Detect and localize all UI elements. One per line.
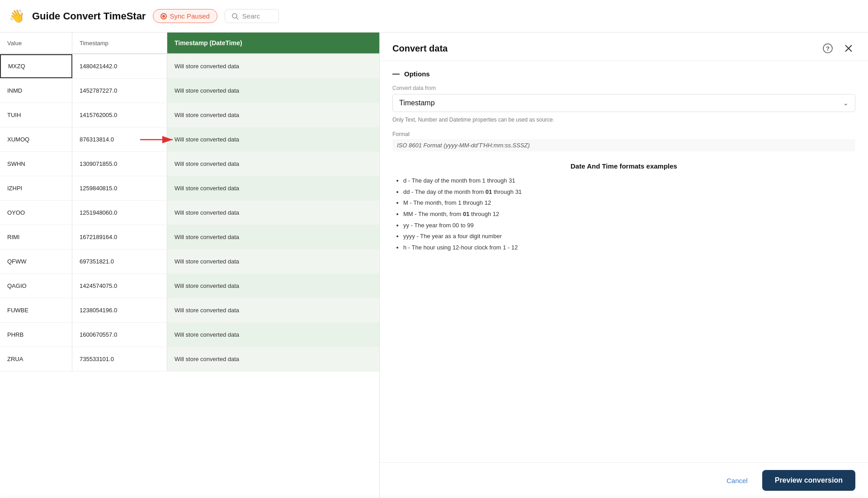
- formats-list: d - The day of the month from 1 through …: [392, 175, 855, 254]
- table-area: Value Timestamp Timestamp (DateTime) MXZ…: [0, 33, 380, 498]
- format-item-d: d - The day of the month from 1 through …: [403, 175, 855, 187]
- app-header: 👋 Guide Convert TimeStar Sync Paused Sea…: [0, 0, 868, 33]
- arrow-icon: [140, 133, 176, 146]
- cell-value: OYOO: [0, 201, 72, 225]
- svg-line-1: [236, 18, 238, 19]
- cell-datetime: Will store converted data: [167, 176, 379, 200]
- cell-timestamp: 1309071855.0: [72, 152, 167, 176]
- preview-conversion-button[interactable]: Preview conversion: [762, 470, 855, 491]
- cell-datetime: Will store converted data: [167, 54, 379, 78]
- help-icon-button[interactable]: ?: [821, 42, 835, 55]
- table-row[interactable]: INMD 1452787227.0 Will store converted d…: [0, 79, 379, 103]
- format-item-yyyy: yyyy - The year as a four digit number: [403, 231, 855, 242]
- cell-datetime: Will store converted data: [167, 79, 379, 103]
- format-label: Format: [392, 131, 855, 137]
- panel-title: Convert data: [392, 43, 448, 54]
- cell-value: QAGIO: [0, 274, 72, 298]
- format-item-M: M - The month, from 1 through 12: [403, 197, 855, 209]
- search-bar[interactable]: Searc: [225, 9, 279, 23]
- cell-value: SWHN: [0, 152, 72, 176]
- sync-badge-label: Sync Paused: [170, 12, 209, 20]
- cell-timestamp: 1600670557.0: [72, 323, 167, 347]
- search-icon: [231, 13, 239, 20]
- table-row[interactable]: FUWBE 1238054196.0 Will store converted …: [0, 298, 379, 323]
- table-body: MXZQ 1480421442.0 Will store converted d…: [0, 54, 379, 371]
- col-header-datetime: Timestamp (DateTime): [167, 33, 379, 53]
- convert-from-value: Timestamp: [399, 99, 435, 107]
- section-dash-icon: [392, 74, 400, 75]
- format-item-dd: dd - The day of the month from 01 throug…: [403, 187, 855, 198]
- convert-from-label: Convert data from: [392, 85, 855, 91]
- format-item-MM: MM - The month, from 01 through 12: [403, 209, 855, 220]
- cell-datetime: Will store converted data: [167, 323, 379, 347]
- header-emoji: 👋: [9, 9, 25, 23]
- convert-hint-text: Only Text, Number and Datetime propertie…: [392, 116, 855, 124]
- options-section: Options Convert data from Timestamp ⌄ On…: [392, 70, 855, 151]
- cell-timestamp: 1251948060.0: [72, 201, 167, 225]
- table-row[interactable]: PHRB 1600670557.0 Will store converted d…: [0, 323, 379, 347]
- panel-header: Convert data ?: [380, 33, 868, 61]
- table-row[interactable]: XUMOQ 876313814.0 Will store converted d…: [0, 127, 379, 152]
- svg-point-0: [232, 14, 237, 18]
- options-label: Options: [404, 70, 430, 78]
- table-row[interactable]: QAGIO 1424574075.0 Will store converted …: [0, 274, 379, 298]
- cell-timestamp: 1480421442.0: [72, 54, 167, 78]
- table-row[interactable]: RIMI 1672189164.0 Will store converted d…: [0, 225, 379, 249]
- cell-value: TUIH: [0, 103, 72, 127]
- cell-timestamp: 1259840815.0: [72, 176, 167, 200]
- col-header-value: Value: [0, 33, 72, 53]
- panel-header-icons: ?: [821, 42, 855, 55]
- cell-value: PHRB: [0, 323, 72, 347]
- formats-section: Date And Time formats examples d - The d…: [392, 162, 855, 254]
- panel-body: Options Convert data from Timestamp ⌄ On…: [380, 61, 868, 462]
- cell-value: ZRUA: [0, 347, 72, 371]
- options-toggle[interactable]: Options: [392, 70, 855, 78]
- cell-datetime: Will store converted data: [167, 152, 379, 176]
- table-row[interactable]: IZHPI 1259840815.0 Will store converted …: [0, 176, 379, 201]
- table-row[interactable]: ZRUA 735533101.0 Will store converted da…: [0, 347, 379, 371]
- convert-from-dropdown-container: Timestamp ⌄: [392, 94, 855, 112]
- table-row[interactable]: SWHN 1309071855.0 Will store converted d…: [0, 152, 379, 176]
- cell-timestamp: 1452787227.0: [72, 79, 167, 103]
- cell-timestamp: 1424574075.0: [72, 274, 167, 298]
- cell-datetime: Will store converted data: [167, 127, 379, 151]
- svg-text:?: ?: [826, 45, 830, 52]
- cell-datetime: Will store converted data: [167, 347, 379, 371]
- right-panel: Convert data ?: [380, 33, 868, 498]
- col-header-timestamp: Timestamp: [72, 33, 167, 53]
- table-row[interactable]: TUIH 1415762005.0 Will store converted d…: [0, 103, 379, 127]
- help-icon: ?: [823, 43, 833, 53]
- table-header: Value Timestamp Timestamp (DateTime): [0, 33, 379, 54]
- formats-title: Date And Time formats examples: [392, 162, 855, 170]
- cell-timestamp: 1672189164.0: [72, 225, 167, 249]
- cell-datetime: Will store converted data: [167, 201, 379, 225]
- sync-status-icon: [160, 13, 167, 19]
- panel-footer: Cancel Preview conversion: [380, 462, 868, 498]
- table-row[interactable]: QFWW 697351821.0 Will store converted da…: [0, 249, 379, 274]
- cell-value: IZHPI: [0, 176, 72, 200]
- cell-timestamp: 697351821.0: [72, 249, 167, 273]
- cell-datetime: Will store converted data: [167, 274, 379, 298]
- cell-datetime: Will store converted data: [167, 249, 379, 273]
- cell-value: MXZQ: [0, 54, 72, 78]
- format-value: ISO 8601 Format (yyyy-MM-dd'T'HH:mm:ss.S…: [392, 139, 855, 151]
- cancel-button[interactable]: Cancel: [719, 472, 755, 489]
- chevron-down-icon: ⌄: [843, 99, 849, 107]
- cell-timestamp: 1415762005.0: [72, 103, 167, 127]
- main-layout: Value Timestamp Timestamp (DateTime) MXZ…: [0, 33, 868, 498]
- close-icon: [844, 44, 853, 52]
- table-row[interactable]: MXZQ 1480421442.0 Will store converted d…: [0, 54, 379, 79]
- format-item-yy: yy - The year from 00 to 99: [403, 220, 855, 231]
- cell-value: FUWBE: [0, 298, 72, 322]
- cell-value: QFWW: [0, 249, 72, 273]
- format-item-h: h - The hour using 12-hour clock from 1 …: [403, 242, 855, 254]
- convert-from-dropdown[interactable]: Timestamp ⌄: [392, 94, 855, 112]
- table-row[interactable]: OYOO 1251948060.0 Will store converted d…: [0, 201, 379, 225]
- cell-datetime: Will store converted data: [167, 103, 379, 127]
- search-placeholder: Searc: [242, 12, 260, 20]
- close-icon-button[interactable]: [842, 42, 855, 55]
- cell-timestamp: 735533101.0: [72, 347, 167, 371]
- arrow-indicator: [140, 133, 176, 146]
- cell-timestamp: 1238054196.0: [72, 298, 167, 322]
- sync-paused-badge[interactable]: Sync Paused: [153, 9, 217, 23]
